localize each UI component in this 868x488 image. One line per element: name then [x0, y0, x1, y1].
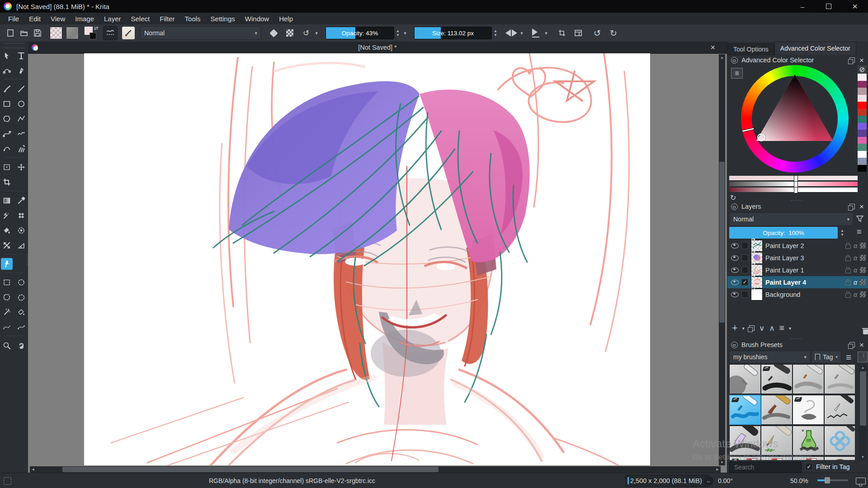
layer-row-background[interactable]: Background α [727, 288, 868, 300]
layer-checkbox[interactable] [741, 242, 748, 249]
brush-preset-ink-pen[interactable] [761, 364, 793, 394]
brush-preset-airbrush[interactable] [729, 364, 761, 394]
history-swatch[interactable] [858, 88, 867, 95]
layer-row-paint-layer-3[interactable]: Paint Layer 3 α [727, 252, 868, 264]
pattern-chooser-button[interactable] [66, 27, 79, 39]
menu-edit[interactable]: Edit [24, 14, 45, 24]
minimize-button[interactable]: – [789, 0, 816, 13]
menu-view[interactable]: View [46, 14, 70, 24]
brush-preset-texture-2[interactable] [761, 456, 793, 460]
fullscreen-monitor-icon[interactable] [856, 478, 866, 484]
scroll-right-arrow[interactable]: ▶ [714, 466, 721, 473]
mirror-vertical-button[interactable] [529, 26, 542, 40]
mirror-horizontal-arrow[interactable]: ▾ [518, 30, 525, 36]
brush-preset-bristle[interactable] [729, 426, 761, 455]
tab-advanced-color-selector[interactable]: Advanced Color Selector [774, 42, 856, 55]
scroll-up-arrow[interactable]: ▲ [859, 364, 867, 371]
brush-search-input[interactable] [733, 463, 801, 471]
filter-in-tag-checkbox[interactable]: ✓ [805, 463, 813, 470]
menu-select[interactable]: Select [127, 14, 155, 24]
tool-crop[interactable] [1, 176, 13, 188]
tag-button[interactable]: Tag ▾ [811, 351, 841, 363]
tool-fill[interactable] [1, 225, 13, 236]
layer-lock-icon[interactable] [845, 281, 851, 286]
float-docker-icon[interactable] [849, 342, 855, 347]
history-swatch[interactable] [858, 144, 867, 151]
brush-preset-chooser-button[interactable] [122, 27, 135, 39]
vertical-scroll-thumb[interactable] [719, 162, 725, 323]
brush-preset-gray-pen[interactable] [824, 364, 855, 394]
background-color-swatch[interactable] [90, 33, 96, 39]
layer-alpha-icon[interactable]: α [854, 242, 857, 249]
brush-editor-toggle[interactable] [103, 26, 118, 40]
menu-file[interactable]: File [4, 14, 24, 24]
layer-inherit-alpha-icon[interactable] [860, 243, 866, 249]
layer-lock-icon[interactable] [845, 269, 851, 273]
layer-blend-mode-dropdown[interactable]: Normal ▾ [729, 212, 854, 226]
no-color-icon[interactable]: ⊘ [858, 66, 867, 74]
layer-opacity-spinner[interactable]: ▲▼ [839, 227, 846, 239]
layer-lock-icon[interactable] [845, 257, 851, 261]
acs-refresh-icon[interactable]: ↻ [730, 193, 736, 202]
brush-preset-texture-1[interactable] [729, 456, 761, 460]
sv-triangle[interactable] [741, 65, 849, 173]
menu-tools[interactable]: Tools [180, 14, 205, 24]
zoom-slider-handle[interactable] [825, 477, 830, 483]
history-swatch[interactable] [858, 74, 867, 81]
tool-rectangle[interactable] [1, 98, 13, 110]
tool-contiguous-select[interactable] [15, 306, 27, 318]
tool-enclose-fill[interactable] [15, 225, 27, 236]
menu-window[interactable]: Window [241, 14, 274, 24]
reload-dropdown-arrow[interactable]: ▾ [313, 30, 320, 36]
save-button[interactable] [31, 26, 44, 40]
layer-properties-button[interactable]: ≡ [779, 323, 784, 333]
tool-freehand-path[interactable] [15, 128, 27, 140]
toolbox-grip[interactable] [4, 43, 24, 48]
scroll-up-arrow[interactable]: ▲ [719, 54, 725, 61]
horizontal-scroll-thumb[interactable] [62, 467, 439, 472]
tool-measure[interactable] [15, 239, 27, 251]
reload-preset-button[interactable]: ↺ [299, 26, 313, 40]
history-swatch[interactable] [858, 158, 867, 165]
mirror-horizontal-button[interactable] [505, 26, 518, 40]
blending-mode-dropdown[interactable]: Normal ▾ [140, 26, 261, 40]
layer-list-menu-icon[interactable]: ≡ [857, 228, 862, 236]
horizontal-scrollbar[interactable]: ◀ ▶ [30, 466, 721, 473]
tool-ellipse[interactable] [15, 98, 27, 110]
eraser-mode-button[interactable] [267, 26, 280, 40]
layer-alpha-icon[interactable]: α [854, 254, 857, 262]
tool-reference-images[interactable] [1, 258, 13, 270]
brush-preset-pencil-hb[interactable] [761, 426, 793, 455]
brush-preset-soft-pencil[interactable] [793, 364, 824, 394]
tool-magnetic-select[interactable] [15, 321, 27, 333]
lock-docker-icon[interactable] [731, 203, 738, 210]
brush-preset-stamp-flower[interactable] [824, 426, 855, 455]
scroll-left-arrow[interactable]: ◀ [30, 466, 36, 473]
layer-row-paint-layer-4[interactable]: ✓ Paint Layer 4 α [727, 276, 868, 288]
mirror-vertical-arrow[interactable]: ▾ [542, 30, 550, 36]
layer-filter-icon[interactable] [856, 215, 864, 223]
layer-visibility-icon[interactable] [731, 280, 739, 285]
tool-transform[interactable] [1, 161, 13, 173]
layer-visibility-icon[interactable] [731, 243, 739, 249]
tool-freehand-brush[interactable] [1, 83, 13, 95]
redo-button[interactable]: ↻ [607, 26, 620, 40]
brush-grid-scrollbar[interactable]: ▲ ▼ [859, 364, 867, 460]
scroll-down-arrow[interactable]: ▼ [859, 454, 867, 460]
tool-line[interactable] [15, 83, 27, 95]
image-size-field[interactable]: 2,500 x 2,000 (88.1 MiB) [625, 475, 708, 487]
undo-button[interactable]: ↺ [590, 26, 604, 40]
move-layer-up-button[interactable]: ∧ [769, 324, 774, 333]
tool-pattern-edit[interactable] [1, 210, 13, 221]
tool-color-sampler[interactable] [15, 195, 27, 206]
layer-visibility-icon[interactable] [731, 255, 739, 261]
tool-bezier-curve[interactable] [1, 128, 13, 140]
add-layer-button[interactable]: + [732, 322, 738, 334]
brush-preset-experiment[interactable] [793, 426, 824, 455]
layer-alpha-icon[interactable]: α [854, 279, 857, 286]
layer-inherit-alpha-icon[interactable] [860, 279, 866, 285]
brush-search-field[interactable] [729, 462, 802, 473]
preserve-alpha-button[interactable] [283, 26, 297, 40]
history-swatch[interactable] [858, 130, 867, 137]
rotation-dial-icon[interactable]: ↔ [703, 476, 713, 486]
